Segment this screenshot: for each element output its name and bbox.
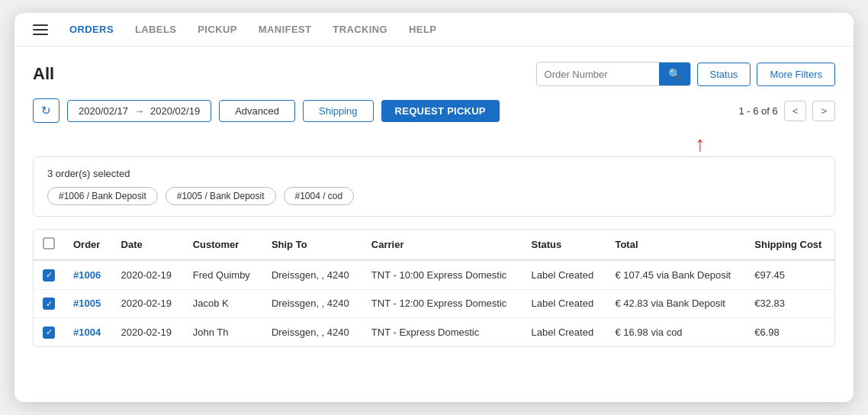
row-2-customer: John Th	[184, 318, 262, 346]
table-row: ✓ #1004 2020-02-19 John Th Dreissgen, , …	[34, 318, 834, 346]
red-arrow-icon: ↑	[695, 134, 706, 155]
refresh-button[interactable]: ↻	[33, 98, 59, 123]
row-1-checkbox[interactable]: ✓	[43, 298, 55, 310]
row-2-checkbox-cell: ✓	[34, 318, 64, 346]
search-button[interactable]: 🔍	[659, 63, 690, 85]
col-header-order: Order	[64, 230, 112, 260]
date-from: 2020/02/17	[79, 105, 128, 117]
order-tag-0[interactable]: #1006 / Bank Deposit	[47, 187, 158, 205]
order-tag-2[interactable]: #1004 / cod	[284, 187, 355, 205]
col-header-customer: Customer	[184, 230, 262, 260]
date-arrow-icon: →	[134, 105, 144, 117]
row-0-ship-to: Dreissgen, , 4240	[262, 260, 362, 289]
row-0-shipping-cost: €97.45	[745, 260, 834, 289]
action-bar: ↻ 2020/02/17 → 2020/02/19 Advanced Shipp…	[33, 98, 835, 123]
row-1-customer: Jacob K	[184, 289, 262, 318]
arrow-indicator-container: ↑	[33, 134, 835, 155]
nav-manifest[interactable]: MANIFEST	[259, 24, 312, 35]
row-2-date: 2020-02-19	[112, 318, 184, 346]
table-header-row: Order Date Customer Ship To Carrier Stat…	[34, 230, 834, 260]
col-header-ship-to: Ship To	[262, 230, 362, 260]
col-header-shipping-cost: Shipping Cost	[745, 230, 834, 260]
col-header-total: Total	[606, 230, 745, 260]
status-filter-button[interactable]: Status	[697, 63, 751, 86]
row-1-date: 2020-02-19	[112, 289, 184, 318]
table-row: ✓ #1006 2020-02-19 Fred Quimby Dreissgen…	[34, 260, 834, 289]
row-2-status: Label Created	[522, 318, 606, 346]
more-filters-button[interactable]: More Filters	[757, 63, 835, 86]
col-header-carrier: Carrier	[362, 230, 522, 260]
row-0-order: #1006	[64, 260, 112, 289]
row-0-status: Label Created	[522, 260, 606, 289]
row-0-checkbox[interactable]: ✓	[43, 269, 55, 281]
hamburger-menu-icon[interactable]	[33, 24, 48, 35]
header-checkbox[interactable]	[43, 237, 55, 249]
shipping-button[interactable]: Shipping	[303, 100, 374, 122]
top-navigation: ORDERS LABELS PICKUP MANIFEST TRACKING H…	[14, 13, 854, 47]
search-wrapper: 🔍	[536, 62, 691, 86]
row-2-total: € 16.98 via cod	[606, 318, 745, 346]
row-2-carrier: TNT - Express Domestic	[362, 318, 522, 346]
request-pickup-button[interactable]: REQUEST PICKUP	[381, 100, 500, 122]
order-tag-1[interactable]: #1005 / Bank Deposit	[166, 187, 276, 205]
row-2-shipping-cost: €6.98	[745, 318, 834, 346]
order-link-1[interactable]: #1005	[73, 298, 101, 309]
orders-table-section: Order Date Customer Ship To Carrier Stat…	[33, 229, 835, 347]
date-to: 2020/02/19	[150, 105, 200, 117]
nav-pickup[interactable]: PICKUP	[198, 24, 236, 35]
table-row: ✓ #1005 2020-02-19 Jacob K Dreissgen, , …	[34, 289, 834, 318]
row-2-ship-to: Dreissgen, , 4240	[262, 318, 362, 346]
col-header-date: Date	[112, 230, 184, 260]
pagination-text: 1 - 6 of 6	[739, 105, 778, 117]
order-link-2[interactable]: #1004	[73, 327, 101, 338]
page-title: All	[33, 64, 54, 84]
date-range-picker[interactable]: 2020/02/17 → 2020/02/19	[67, 100, 211, 122]
nav-labels[interactable]: LABELS	[135, 24, 176, 35]
nav-orders[interactable]: ORDERS	[69, 24, 114, 35]
row-1-status: Label Created	[522, 289, 606, 318]
filter-right-controls: 🔍 Status More Filters	[536, 62, 835, 86]
row-1-ship-to: Dreissgen, , 4240	[262, 289, 362, 318]
search-input[interactable]	[537, 63, 659, 85]
row-1-carrier: TNT - 12:00 Express Domestic	[362, 289, 522, 318]
main-window: ORDERS LABELS PICKUP MANIFEST TRACKING H…	[14, 13, 854, 402]
nav-help[interactable]: HELP	[409, 24, 436, 35]
row-1-total: € 42.83 via Bank Deposit	[606, 289, 745, 318]
prev-page-button[interactable]: <	[784, 101, 807, 121]
row-0-total: € 107.45 via Bank Deposit	[606, 260, 745, 289]
selected-count-text: 3 order(s) selected	[47, 168, 821, 179]
row-0-date: 2020-02-19	[112, 260, 184, 289]
order-link-0[interactable]: #1006	[73, 269, 101, 281]
main-content: All 🔍 Status More Filters ↻ 2020/02/17 →…	[14, 47, 854, 362]
nav-tracking[interactable]: TRACKING	[333, 24, 387, 35]
advanced-button[interactable]: Advanced	[219, 100, 295, 122]
row-1-checkbox-cell: ✓	[34, 289, 64, 318]
row-1-shipping-cost: €32.83	[745, 289, 834, 318]
row-2-checkbox[interactable]: ✓	[43, 327, 55, 339]
next-page-button[interactable]: >	[812, 101, 835, 121]
pagination-info: 1 - 6 of 6 < >	[739, 101, 836, 121]
row-2-order: #1004	[64, 318, 112, 346]
col-header-checkbox	[34, 230, 64, 260]
row-0-checkbox-cell: ✓	[34, 260, 64, 289]
row-1-order: #1005	[64, 289, 112, 318]
filter-top-bar: All 🔍 Status More Filters	[33, 62, 835, 86]
row-0-customer: Fred Quimby	[184, 260, 262, 289]
selected-orders-section: 3 order(s) selected #1006 / Bank Deposit…	[33, 156, 835, 217]
selected-tags-list: #1006 / Bank Deposit #1005 / Bank Deposi…	[47, 187, 821, 205]
row-0-carrier: TNT - 10:00 Express Domestic	[362, 260, 522, 289]
orders-table: Order Date Customer Ship To Carrier Stat…	[34, 230, 834, 346]
col-header-status: Status	[522, 230, 606, 260]
